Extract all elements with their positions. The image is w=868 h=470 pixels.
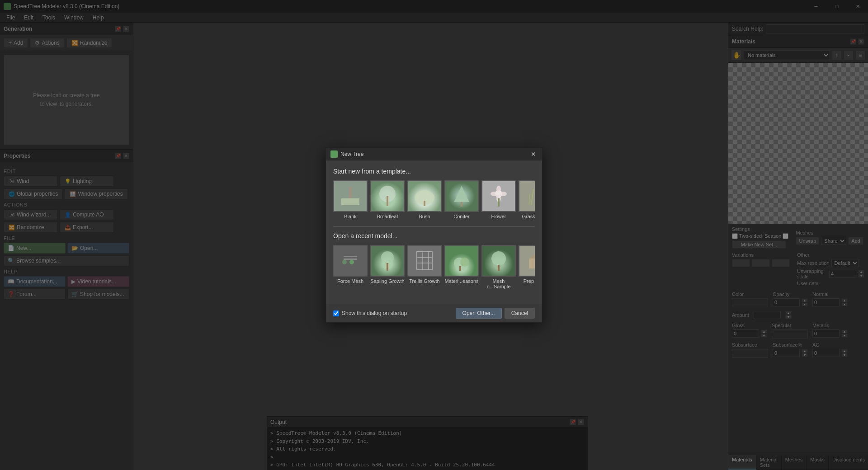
template-conifer[interactable]: Conifer <box>444 180 479 219</box>
recent-forcemesh-label: Force Mesh <box>337 278 363 284</box>
svg-rect-5 <box>424 201 425 206</box>
svg-rect-34 <box>498 265 500 271</box>
open-section-title: Open a recent model... <box>333 232 535 240</box>
template-blank-label: Blank <box>344 214 357 219</box>
template-grid: Blank Broadleaf Bush <box>333 180 535 219</box>
template-flower[interactable]: Flower <box>481 180 516 219</box>
modal-overlay: New Tree ✕ Start new from a template... … <box>0 0 868 470</box>
template-blank-thumb <box>333 180 368 212</box>
dialog-icon <box>330 150 338 158</box>
svg-rect-35 <box>529 258 535 268</box>
svg-rect-3 <box>387 196 388 206</box>
recent-trellis-label: Trellis Growth <box>409 278 439 284</box>
template-grassweed-label: Grass Weed <box>522 214 535 219</box>
dialog-footer: Show this dialog on startup Open Other..… <box>326 304 542 322</box>
svg-marker-36 <box>529 253 535 258</box>
recent-trellis[interactable]: Trellis Growth <box>407 245 442 289</box>
svg-point-20 <box>349 260 354 264</box>
svg-point-12 <box>491 192 498 196</box>
svg-point-9 <box>496 186 501 193</box>
dialog-body: Start new from a template... Blank Broad… <box>326 160 542 304</box>
start-section-title: Start new from a template... <box>333 168 535 175</box>
dialog-titlebar: New Tree ✕ <box>326 148 542 160</box>
svg-rect-25 <box>417 252 432 270</box>
recent-mesh[interactable]: Mesh o...Sample <box>481 245 516 289</box>
svg-rect-21 <box>344 258 357 260</box>
recent-mesh-thumb <box>481 245 516 277</box>
svg-rect-32 <box>459 266 461 271</box>
dialog-title-left: New Tree <box>330 150 363 158</box>
dialog-divider <box>333 226 535 227</box>
recent-sapling-thumb <box>370 245 405 277</box>
dialog-close-button[interactable]: ✕ <box>529 150 538 158</box>
recent-forcemesh-thumb <box>333 245 368 277</box>
recent-material-thumb <box>444 245 479 277</box>
recent-sapling-label: Sapling Growth <box>370 278 404 284</box>
template-grassweed-thumb <box>519 180 535 212</box>
template-bush[interactable]: Bush <box>407 180 442 219</box>
recent-prep[interactable]: Prep brand <box>519 245 535 289</box>
template-broadleaf-label: Broadleaf <box>377 214 398 219</box>
template-broadleaf-thumb <box>370 180 405 212</box>
template-flower-label: Flower <box>491 214 506 219</box>
recent-material[interactable]: Materi...easons <box>444 245 479 289</box>
svg-line-14 <box>531 189 533 205</box>
recent-forcemesh[interactable]: Force Mesh <box>333 245 368 289</box>
template-broadleaf[interactable]: Broadleaf <box>370 180 405 219</box>
svg-line-17 <box>529 194 530 205</box>
dialog-action-buttons: Open Other... Cancel <box>456 308 535 319</box>
svg-rect-0 <box>341 198 359 205</box>
svg-rect-24 <box>387 263 388 271</box>
open-other-button[interactable]: Open Other... <box>456 308 502 319</box>
svg-point-33 <box>491 251 506 266</box>
recent-sapling[interactable]: Sapling Growth <box>370 245 405 289</box>
recent-trellis-thumb <box>407 245 442 277</box>
new-tree-dialog: New Tree ✕ Start new from a template... … <box>326 147 542 323</box>
recent-prep-label: Prep brand <box>524 278 535 284</box>
svg-point-23 <box>381 251 394 264</box>
template-flower-thumb <box>481 180 516 212</box>
recent-material-label: Materi...easons <box>444 278 478 284</box>
template-conifer-thumb <box>444 180 479 212</box>
template-grassweed[interactable]: Grass Weed <box>519 180 535 219</box>
svg-rect-22 <box>344 256 357 257</box>
recent-prep-thumb <box>519 245 535 277</box>
show-on-startup-checkbox[interactable] <box>333 310 339 316</box>
show-on-startup-row: Show this dialog on startup <box>333 310 407 316</box>
template-conifer-label: Conifer <box>453 214 469 219</box>
recent-grid: Force Mesh Sapling Growth Trellis Growth <box>333 245 535 289</box>
svg-rect-7 <box>461 202 462 207</box>
svg-point-10 <box>500 192 507 196</box>
template-blank[interactable]: Blank <box>333 180 368 219</box>
svg-rect-1 <box>349 187 352 198</box>
svg-point-19 <box>342 260 347 264</box>
svg-point-31 <box>460 258 469 267</box>
dialog-title: New Tree <box>340 151 363 157</box>
svg-marker-6 <box>454 186 469 202</box>
recent-mesh-label: Mesh o...Sample <box>481 278 516 289</box>
template-bush-thumb <box>407 180 442 212</box>
svg-rect-13 <box>498 198 500 207</box>
show-on-startup-label: Show this dialog on startup <box>342 310 407 316</box>
cancel-button[interactable]: Cancel <box>505 308 535 319</box>
template-bush-label: Bush <box>419 214 430 219</box>
